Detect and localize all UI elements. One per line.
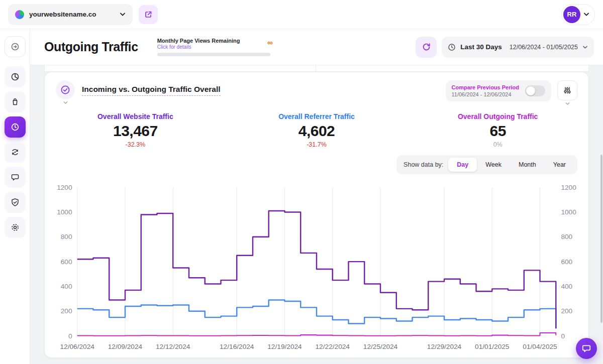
- svg-text:12/12/2024: 12/12/2024: [156, 343, 190, 350]
- traffic-overview-card: Incoming vs. Outgoing Traffic Overall Co…: [44, 72, 589, 358]
- chat-bubble-icon: [11, 173, 20, 182]
- stat-value: 65: [407, 123, 588, 140]
- chat-bubble-icon: [581, 343, 591, 353]
- range-dates: 12/06/2024 - 01/05/2025: [510, 44, 578, 51]
- refresh-button[interactable]: [416, 37, 437, 58]
- chevron-down-icon: [120, 12, 126, 17]
- stat-delta: -31.7%: [226, 141, 408, 148]
- svg-text:1000: 1000: [57, 208, 72, 216]
- svg-text:12/06/2024: 12/06/2024: [60, 343, 94, 350]
- page-header: Outgoing Traffic Monthly Page Views Rema…: [30, 29, 603, 65]
- svg-text:12/25/2024: 12/25/2024: [363, 343, 398, 350]
- svg-text:600: 600: [561, 258, 572, 266]
- sidebar: [0, 29, 30, 364]
- quota-value: ∞: [267, 39, 273, 46]
- tab-day[interactable]: Day: [448, 158, 477, 172]
- show-data-by-control: Show data by: Day Week Month Year: [396, 155, 577, 174]
- tab-month[interactable]: Month: [510, 158, 545, 172]
- svg-text:1000: 1000: [561, 208, 576, 216]
- stat-website-traffic: Overall Website Traffic 13,467 -32.3%: [45, 112, 226, 148]
- svg-text:200: 200: [61, 307, 72, 315]
- svg-text:600: 600: [61, 258, 72, 266]
- sidebar-item-orders[interactable]: [5, 91, 26, 112]
- svg-text:400: 400: [561, 283, 572, 290]
- refresh-cycle-icon: [11, 148, 20, 157]
- sidebar-item-collapse-panel[interactable]: [5, 36, 26, 57]
- tab-year[interactable]: Year: [545, 158, 574, 172]
- chevron-down-icon: [583, 12, 589, 17]
- compare-label: Compare Previous Period: [452, 84, 520, 90]
- sliders-icon: [563, 86, 572, 95]
- chevron-down-icon[interactable]: [63, 101, 68, 104]
- stat-referrer-traffic: Overall Referrer Traffic 4,602 -31.7%: [226, 112, 408, 148]
- toggle-knob: [526, 86, 535, 95]
- svg-text:12/09/2024: 12/09/2024: [108, 343, 143, 350]
- tab-week[interactable]: Week: [477, 158, 510, 172]
- sidebar-item-settings[interactable]: [5, 217, 26, 238]
- collapse-panel-icon: [11, 42, 20, 51]
- quota-details-link[interactable]: Click for details: [157, 44, 273, 50]
- topbar: yourwebsitename.co RR: [0, 0, 603, 29]
- stat-delta: 0%: [407, 141, 588, 148]
- sidebar-item-conversions[interactable]: [5, 142, 26, 163]
- svg-text:200: 200: [561, 307, 572, 315]
- sidebar-item-traffic-history[interactable]: [5, 116, 26, 138]
- quota-label: Monthly Page Views Remaining: [157, 38, 273, 44]
- external-link-icon: [144, 10, 153, 19]
- chevron-down-icon: [582, 45, 588, 49]
- clock-icon: [448, 43, 456, 51]
- site-selector[interactable]: yourwebsitename.co: [8, 4, 133, 25]
- sidebar-item-security[interactable]: [5, 192, 26, 213]
- stat-value: 13,467: [45, 123, 226, 140]
- sidebar-item-dashboard[interactable]: [5, 66, 26, 87]
- site-logo-icon: [15, 10, 24, 19]
- stat-label: Overall Website Traffic: [45, 112, 226, 120]
- stats-row: Overall Website Traffic 13,467 -32.3% Ov…: [45, 108, 588, 154]
- stat-value: 4,602: [226, 123, 408, 140]
- stat-label: Overall Referrer Traffic: [226, 112, 408, 120]
- card-title: Incoming vs. Outgoing Traffic Overall: [82, 85, 221, 96]
- svg-text:01/01/2025: 01/01/2025: [475, 343, 510, 350]
- content-area: Incoming vs. Outgoing Traffic Overall Co…: [30, 65, 603, 364]
- chart-filters-button[interactable]: [557, 80, 577, 100]
- shopping-bag-icon: [11, 97, 20, 106]
- gear-icon: [11, 223, 20, 232]
- traffic-chart-area[interactable]: 12/06/202412/09/202412/12/202412/16/2024…: [45, 178, 588, 357]
- svg-text:0: 0: [68, 332, 72, 340]
- svg-text:1200: 1200: [57, 184, 72, 191]
- page-scrollbar[interactable]: [600, 155, 602, 323]
- svg-text:800: 800: [561, 233, 572, 240]
- svg-text:12/16/2024: 12/16/2024: [220, 343, 254, 350]
- svg-text:12/22/2024: 12/22/2024: [316, 343, 350, 350]
- support-chat-button[interactable]: [576, 338, 597, 359]
- avatar: RR: [563, 6, 580, 23]
- compare-toggle[interactable]: [525, 85, 545, 96]
- page-title: Outgoing Traffic: [44, 40, 138, 54]
- chevron-down-icon[interactable]: [565, 102, 570, 105]
- user-menu[interactable]: RR: [561, 4, 595, 25]
- svg-text:1200: 1200: [561, 184, 576, 191]
- svg-text:01/04/2025: 01/04/2025: [523, 343, 557, 350]
- section-toggle-button[interactable]: [56, 80, 75, 99]
- svg-text:12/29/2024: 12/29/2024: [427, 343, 462, 350]
- show-data-by-label: Show data by:: [404, 161, 443, 168]
- check-circle-icon: [60, 85, 70, 95]
- traffic-step-chart: 12/06/202412/09/202412/12/202412/16/2024…: [51, 180, 582, 353]
- stat-delta: -32.3%: [45, 141, 226, 148]
- stat-outgoing-traffic: Overall Outgoing Traffic 65 0%: [407, 112, 588, 148]
- stat-label: Overall Outgoing Traffic: [407, 112, 588, 120]
- svg-text:12/19/2024: 12/19/2024: [267, 343, 302, 350]
- date-range-selector[interactable]: Last 30 Days 12/06/2024 - 01/05/2025: [442, 37, 594, 58]
- dashboard-icon: [11, 72, 20, 81]
- shield-check-icon: [11, 198, 20, 207]
- site-name: yourwebsitename.co: [29, 11, 115, 18]
- quota-block: Monthly Page Views Remaining Click for d…: [157, 38, 273, 56]
- svg-text:0: 0: [561, 332, 565, 340]
- scrolled-cards-remnant: [44, 65, 589, 72]
- refresh-icon: [422, 42, 431, 52]
- open-site-button[interactable]: [139, 5, 158, 24]
- svg-text:800: 800: [61, 233, 72, 240]
- sidebar-item-feedback[interactable]: [5, 167, 26, 188]
- range-label: Last 30 Days: [460, 43, 502, 51]
- compare-dates: 11/06/2024 - 12/06/2024: [452, 91, 520, 97]
